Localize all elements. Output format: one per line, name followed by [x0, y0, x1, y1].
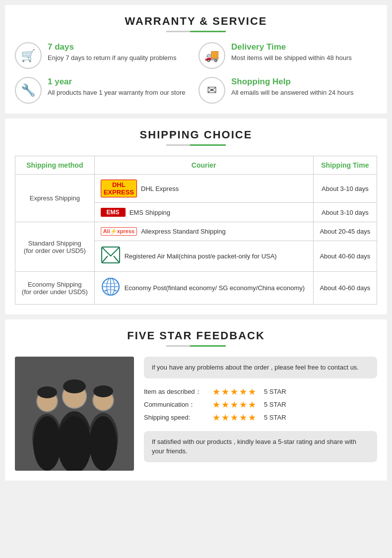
ems-name: EMS Shipping [130, 209, 170, 216]
col-time: Shipping Time [313, 156, 377, 175]
warranty-delivery-text: Delivery Time Most items will be shipped… [231, 42, 352, 62]
warranty-section: WARRANTY & SERVICE 🛒 7 days Enjoy 7 days… [5, 5, 387, 114]
svg-line-1 [102, 256, 108, 263]
rating-row-communication: Communication： ★ ★ ★ ★ ★ 5 STAR [144, 399, 377, 410]
warranty-item-year: 🔧 1 year All products have 1 year warran… [15, 77, 194, 104]
method-economy: Economy Shipping(for order under USD5) [15, 272, 95, 305]
ems-logo: EMS [101, 208, 126, 217]
svg-line-2 [114, 256, 120, 263]
truck-icon: 🚚 [198, 42, 225, 69]
stars-communication: ★ ★ ★ ★ ★ [212, 399, 256, 410]
speech-bubble-bottom: If satisfied with our products , kindly … [144, 431, 377, 462]
star-4: ★ [239, 399, 247, 410]
economy-name: Economy Post(finland economy/ SG economy… [125, 284, 305, 292]
courier-airmail: Registered Air Mail(china post/e packet-… [94, 241, 313, 272]
svg-point-19 [63, 379, 86, 393]
star-3: ★ [230, 412, 238, 423]
rating-row-described: Item as described： ★ ★ ★ ★ ★ 5 STAR [144, 386, 377, 397]
col-courier: Courier [94, 156, 313, 175]
un-logo [101, 277, 121, 299]
courier-ems: EMS EMS Shipping [94, 203, 313, 222]
shipping-title: SHIPPING CHOICE [15, 128, 377, 141]
svg-point-18 [37, 386, 57, 398]
time-ali: About 20-45 days [313, 222, 377, 241]
warranty-underline [166, 31, 226, 32]
feedback-title: FIVE STAR FEEDBACK [15, 329, 377, 342]
svg-point-21 [33, 416, 61, 471]
warranty-year-text: 1 year All products have 1 year warranty… [48, 77, 185, 97]
table-row: Economy Shipping(for order under USD5) [15, 272, 377, 305]
email-icon: ✉ [198, 77, 225, 104]
svg-point-20 [93, 385, 113, 397]
star-4: ★ [239, 386, 247, 397]
shipping-table: Shipping method Courier Shipping Time Ex… [15, 156, 377, 305]
ratings-container: Item as described： ★ ★ ★ ★ ★ 5 STAR Comm… [144, 384, 377, 425]
warranty-delivery-desc: Most items will be shipped within 48 hou… [231, 54, 352, 62]
col-method: Shipping method [15, 156, 95, 175]
svg-point-23 [89, 416, 117, 471]
dhl-logo: DHLEXPRESS [101, 180, 137, 197]
shipping-underline [166, 144, 226, 146]
stars-described: ★ ★ ★ ★ ★ [212, 386, 256, 397]
warranty-year-heading: 1 year [48, 77, 185, 87]
speech-bottom-text: If satisfied with our products , kindly … [152, 438, 356, 455]
time-dhl: About 3-10 days [313, 175, 377, 203]
cart-icon: 🛒 [15, 42, 42, 69]
warranty-days-text: 7 days Enjoy 7 days to return if any qua… [48, 42, 176, 62]
ali-logo: Ali⚡xpress [101, 227, 137, 236]
ali-name: Aliexpress Standard Shipping [141, 228, 226, 235]
feedback-underline [166, 345, 226, 347]
star-1: ★ [212, 399, 220, 410]
rating-text-described: 5 STAR [264, 388, 286, 395]
warranty-grid: 🛒 7 days Enjoy 7 days to return if any q… [15, 42, 377, 104]
time-economy: About 40-60 days [313, 272, 377, 305]
star-4: ★ [239, 412, 247, 423]
rating-label-described: Item as described： [144, 387, 208, 396]
star-5: ★ [248, 386, 256, 397]
table-row: Standard Shipping(for order over USD5) A… [15, 222, 377, 241]
feedback-right-panel: if you have any problems about the order… [144, 357, 377, 462]
star-1: ★ [212, 386, 220, 397]
star-3: ★ [230, 386, 238, 397]
courier-ali: Ali⚡xpress Aliexpress Standard Shipping [94, 222, 313, 241]
star-5: ★ [248, 399, 256, 410]
star-2: ★ [221, 386, 229, 397]
dhl-name: DHL Express [141, 185, 179, 192]
star-1: ★ [212, 412, 220, 423]
feedback-section: FIVE STAR FEEDBACK [5, 319, 387, 481]
warranty-title: WARRANTY & SERVICE [15, 15, 377, 28]
feedback-content: if you have any problems about the order… [15, 357, 377, 471]
star-2: ★ [221, 399, 229, 410]
star-3: ★ [230, 399, 238, 410]
rating-label-communication: Communication： [144, 400, 208, 409]
courier-dhl: DHLEXPRESS DHL Express [94, 175, 313, 203]
warranty-help-text: Shopping Help All emails will be answere… [231, 77, 353, 97]
time-airmail: About 40-60 days [313, 241, 377, 272]
team-photo [15, 357, 134, 471]
table-row: Express Shipping DHLEXPRESS DHL Express … [15, 175, 377, 203]
warranty-item-delivery: 🚚 Delivery Time Most items will be shipp… [198, 42, 377, 69]
warranty-year-desc: All products have 1 year warranty from o… [48, 88, 185, 97]
rating-text-communication: 5 STAR [264, 401, 286, 408]
star-5: ★ [248, 412, 256, 423]
warranty-help-heading: Shopping Help [231, 77, 353, 87]
stars-shipping: ★ ★ ★ ★ ★ [212, 412, 256, 423]
rating-label-shipping: Shipping speed: [144, 414, 208, 421]
warranty-item-help: ✉ Shopping Help All emails will be answe… [198, 77, 377, 104]
rating-row-shipping: Shipping speed: ★ ★ ★ ★ ★ 5 STAR [144, 412, 377, 423]
airmail-logo [101, 246, 121, 266]
speech-bubble-top: if you have any problems about the order… [144, 357, 377, 378]
star-2: ★ [221, 412, 229, 423]
warranty-item-days: 🛒 7 days Enjoy 7 days to return if any q… [15, 42, 194, 69]
rating-text-shipping: 5 STAR [264, 414, 286, 421]
warranty-delivery-heading: Delivery Time [231, 42, 352, 52]
warranty-days-heading: 7 days [48, 42, 176, 52]
airmail-name: Registered Air Mail(china post/e packet-… [125, 252, 277, 260]
warranty-days-desc: Enjoy 7 days to return if any quality pr… [48, 54, 176, 62]
shipping-section: SHIPPING CHOICE Shipping method Courier … [5, 119, 387, 314]
speech-top-text: if you have any problems about the order… [152, 364, 359, 371]
method-standard: Standard Shipping(for order over USD5) [15, 222, 95, 272]
courier-economy: Economy Post(finland economy/ SG economy… [94, 272, 313, 305]
time-ems: About 3-10 days [313, 203, 377, 222]
tools-icon: 🔧 [15, 77, 42, 104]
